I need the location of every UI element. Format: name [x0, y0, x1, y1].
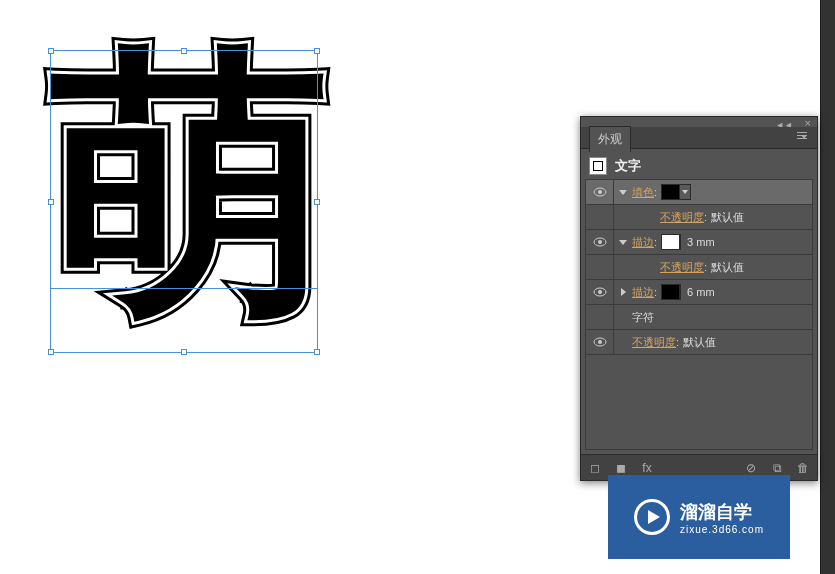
visibility-icon[interactable] — [593, 287, 607, 297]
svg-point-1 — [598, 190, 602, 194]
stroke-label[interactable]: 描边 — [632, 285, 654, 300]
panel-body: 文字 填色: 不透明度: 默认值 描边: — [581, 149, 817, 454]
stroke-label[interactable]: 描边 — [632, 235, 654, 250]
characters-row[interactable]: 字符 — [586, 305, 812, 330]
stroke-swatch-black — [662, 285, 680, 299]
stroke-color-dropdown[interactable] — [661, 234, 681, 250]
panel-tab-bar: 外观 — [581, 127, 817, 149]
play-icon — [634, 499, 670, 535]
stroke-color-dropdown[interactable] — [661, 284, 681, 300]
dropdown-arrow-icon — [680, 185, 690, 199]
fill-row[interactable]: 填色: — [586, 180, 812, 205]
fx-button[interactable]: fx — [639, 460, 655, 476]
watermark-url: zixue.3d66.com — [680, 524, 764, 535]
stroke-row-1[interactable]: 描边: 3 mm — [586, 230, 812, 255]
new-stroke-icon[interactable]: ◻ — [587, 460, 603, 476]
opacity-label[interactable]: 不透明度 — [632, 335, 676, 350]
object-type-label: 文字 — [615, 157, 641, 175]
svg-point-7 — [598, 340, 602, 344]
stroke-swatch-white — [662, 235, 680, 249]
watermark-title: 溜溜自学 — [680, 500, 764, 524]
characters-label: 字符 — [632, 310, 654, 325]
type-swatch-icon — [589, 157, 607, 175]
opacity-value: 默认值 — [711, 210, 744, 225]
clear-icon[interactable]: ⊘ — [743, 460, 759, 476]
trash-icon[interactable]: 🗑 — [795, 460, 811, 476]
docked-panel-strip[interactable] — [820, 0, 835, 574]
fill-label[interactable]: 填色 — [632, 185, 654, 200]
visibility-icon[interactable] — [593, 237, 607, 247]
chevron-down-icon[interactable] — [619, 240, 627, 245]
opacity-row-1[interactable]: 不透明度: 默认值 — [586, 205, 812, 230]
watermark-badge: 溜溜自学 zixue.3d66.com — [608, 475, 790, 559]
opacity-row-2[interactable]: 不透明度: 默认值 — [586, 255, 812, 280]
appearance-panel: ◄◄ × 外观 文字 填色: 不透明度: 默认值 — [580, 116, 818, 481]
attribute-list: 填色: 不透明度: 默认值 描边: 3 mm — [585, 179, 813, 450]
opacity-label[interactable]: 不透明度 — [660, 210, 704, 225]
new-fill-icon[interactable]: ◼ — [613, 460, 629, 476]
opacity-row-3[interactable]: 不透明度: 默认值 — [586, 330, 812, 355]
fill-color-dropdown[interactable] — [661, 184, 691, 200]
canvas-selected-text[interactable]: 萌 萌 萌 — [45, 45, 320, 355]
chevron-right-icon[interactable] — [621, 288, 626, 296]
visibility-icon[interactable] — [593, 187, 607, 197]
tab-appearance[interactable]: 外观 — [589, 126, 631, 152]
opacity-label[interactable]: 不透明度 — [660, 260, 704, 275]
object-type-row: 文字 — [585, 153, 813, 179]
duplicate-icon[interactable]: ⧉ — [769, 460, 785, 476]
visibility-icon[interactable] — [593, 337, 607, 347]
attribute-empty-area[interactable] — [586, 355, 812, 449]
panel-menu-icon[interactable] — [797, 130, 813, 142]
opacity-value: 默认值 — [683, 335, 716, 350]
chevron-down-icon[interactable] — [619, 190, 627, 195]
stroke-weight[interactable]: 6 mm — [687, 286, 715, 298]
text-baseline-indicator — [50, 288, 318, 289]
opacity-value: 默认值 — [711, 260, 744, 275]
stroke-weight[interactable]: 3 mm — [687, 236, 715, 248]
svg-point-3 — [598, 240, 602, 244]
char-fill: 萌 — [50, 45, 330, 325]
svg-point-5 — [598, 290, 602, 294]
fill-swatch-black — [662, 185, 680, 199]
stroke-row-2[interactable]: 描边: 6 mm — [586, 280, 812, 305]
